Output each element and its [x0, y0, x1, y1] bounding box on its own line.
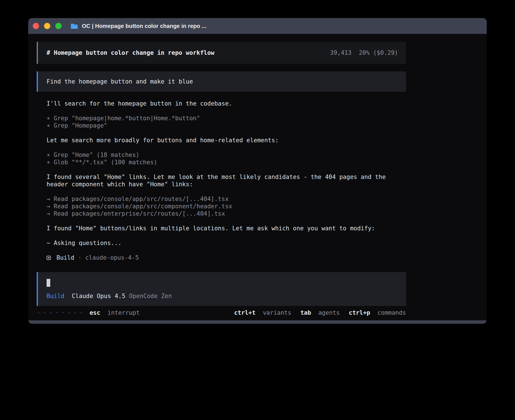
- session-title: # Homepage button color change in repo w…: [47, 49, 214, 56]
- terminal-body: # Homepage button color change in repo w…: [28, 34, 487, 320]
- zoom-button[interactable]: [55, 23, 62, 29]
- agent-name: Build: [56, 254, 74, 261]
- context-usage: 20% ($0.29): [359, 49, 398, 56]
- esc-label: interrupt: [108, 309, 140, 316]
- tool-call-line: → Read packages/console/app/src/routes/[…: [47, 195, 397, 203]
- text-cursor: [47, 279, 50, 287]
- tool-call-line: ∗ Grep "Home" (18 matches): [47, 151, 397, 159]
- tool-call-group: ∗ Grep "Home" (18 matches) ∗ Glob "**/*.…: [47, 151, 397, 166]
- shortcut-key: ctrl+p: [349, 309, 370, 316]
- session-column: # Homepage button color change in repo w…: [37, 34, 406, 316]
- minimize-button[interactable]: [44, 23, 50, 29]
- tool-call-line: → Read packages/enterprise/src/routes/[.…: [47, 210, 397, 217]
- agent-status-row: Build · claude-opus-4-5: [37, 254, 406, 261]
- shortcut-commands: ctrl+p commands: [349, 309, 406, 316]
- prompt-model-label: Claude Opus 4.5: [72, 292, 125, 300]
- shortcut-label: commands: [377, 309, 406, 316]
- terminal-window: OC | Homepage button color change in rep…: [28, 18, 487, 324]
- assistant-message: I'll search for the homepage button in t…: [47, 100, 397, 107]
- status-bar: ········ esc interrupt ctrl+t variants t…: [37, 309, 406, 316]
- tool-call-line: ∗ Grep "Homepage": [47, 122, 397, 129]
- spinner-dots: ········: [37, 309, 86, 316]
- prompt-meta: Build Claude Opus 4.5 OpenCode Zen: [47, 292, 398, 300]
- shortcut-hints: ctrl+t variants tab agents ctrl+p comman…: [225, 309, 406, 316]
- tool-call-group: → Read packages/console/app/src/routes/[…: [47, 195, 397, 217]
- prompt-agent-label: Build: [47, 292, 64, 300]
- esc-key: esc: [90, 309, 100, 316]
- folder-icon: [71, 23, 78, 29]
- shortcut-label: variants: [263, 309, 291, 316]
- prompt-provider-label: OpenCode Zen: [129, 292, 172, 300]
- shortcut-agents: tab agents: [300, 309, 340, 316]
- shortcut-key: ctrl+t: [234, 309, 256, 316]
- assistant-message: I found "Home" buttons/links in multiple…: [47, 225, 397, 232]
- window-title: OC | Homepage button color change in rep…: [82, 23, 206, 29]
- shortcut-variants: ctrl+t variants: [234, 309, 291, 316]
- close-button[interactable]: [33, 23, 39, 29]
- shortcut-label: agents: [318, 309, 340, 316]
- user-message: Find the homepage button and make it blu…: [37, 71, 406, 92]
- token-count: 39,413: [330, 49, 352, 56]
- prompt-input[interactable]: Build Claude Opus 4.5 OpenCode Zen: [37, 272, 406, 306]
- tool-call-line: → Read packages/console/app/src/componen…: [47, 203, 397, 210]
- agent-model: claude-opus-4-5: [85, 254, 139, 261]
- tool-call-line: ∗ Glob "**/*.tsx" (100 matches): [47, 159, 397, 166]
- assistant-status-line: ~ Asking questions...: [47, 239, 397, 247]
- tool-call-group: ∗ Grep "homepage|home.*button|Home.*butt…: [47, 115, 397, 129]
- session-header: # Homepage button color change in repo w…: [37, 42, 406, 64]
- assistant-message: I found several "Home" links. Let me loo…: [47, 173, 397, 188]
- esc-shortcut: esc interrupt: [90, 309, 139, 316]
- agent-separator: ·: [78, 254, 82, 261]
- assistant-message: Let me search more broadly for buttons a…: [47, 137, 397, 144]
- session-meta: 39,413 20% ($0.29): [330, 49, 398, 56]
- tool-call-line: ∗ Grep "homepage|home.*button|Home.*butt…: [47, 115, 397, 122]
- agent-icon: [47, 256, 51, 260]
- user-message-text: Find the homepage button and make it blu…: [47, 78, 193, 85]
- assistant-transcript: I'll search for the homepage button in t…: [37, 100, 406, 247]
- shortcut-key: tab: [300, 309, 311, 316]
- window-titlebar[interactable]: OC | Homepage button color change in rep…: [28, 18, 487, 34]
